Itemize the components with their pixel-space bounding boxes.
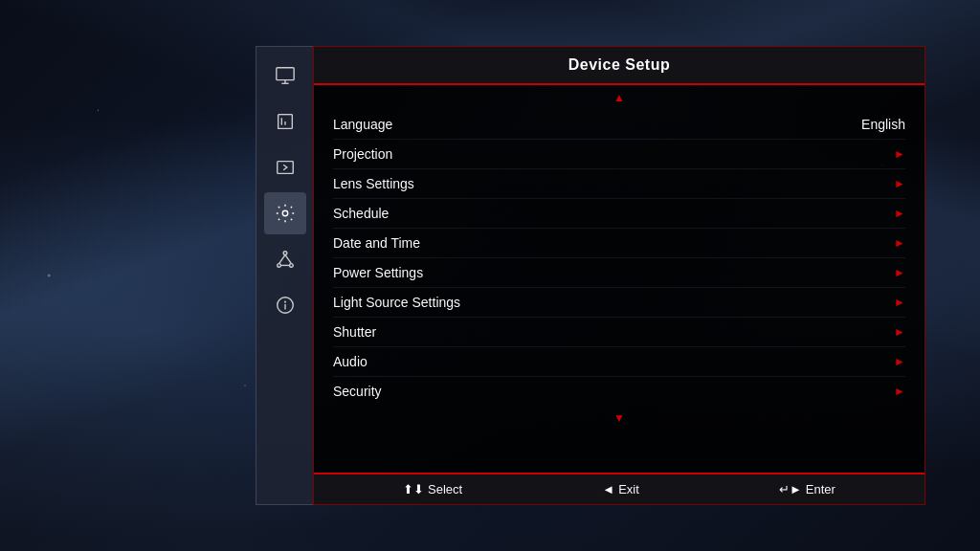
menu-item-label-schedule: Schedule <box>333 206 389 221</box>
chevron-right-icon-schedule: ► <box>894 207 905 220</box>
display-icon <box>275 65 296 86</box>
enter-icon: ↵► <box>779 482 802 496</box>
scroll-arrow-down[interactable]: ▼ <box>333 406 905 430</box>
menu-item-label-language: Language <box>333 117 392 132</box>
chevron-right-icon-projection: ► <box>894 147 905 161</box>
sidebar-item-network[interactable] <box>264 238 306 280</box>
sidebar-item-image[interactable] <box>264 100 306 143</box>
menu-container: Device Setup ▲ Language English Projecti… <box>256 46 925 505</box>
menu-item-label-light-source-settings: Light Source Settings <box>333 295 460 310</box>
exit-icon: ◄ <box>602 482 614 496</box>
svg-line-13 <box>285 254 291 263</box>
chevron-right-icon-security: ► <box>894 385 905 398</box>
sidebar-item-setup[interactable] <box>264 192 306 234</box>
svg-point-8 <box>282 210 288 216</box>
menu-item-schedule[interactable]: Schedule ► <box>333 199 905 229</box>
menu-item-security[interactable]: Security ► <box>333 377 905 406</box>
menu-item-label-shutter: Shutter <box>333 324 376 340</box>
menu-item-label-audio: Audio <box>333 354 368 369</box>
menu-item-lens-settings[interactable]: Lens Settings ► <box>333 169 905 199</box>
panel-title: Device Setup <box>568 56 670 73</box>
menu-item-label-projection: Projection <box>333 146 392 162</box>
panel-content: ▲ Language English Projection ► Lens Set… <box>314 85 924 473</box>
menu-item-light-source-settings[interactable]: Light Source Settings ► <box>333 288 905 318</box>
scroll-arrow-up[interactable]: ▲ <box>333 85 905 110</box>
main-panel: Device Setup ▲ Language English Projecti… <box>313 46 925 505</box>
chevron-right-icon-power-settings: ► <box>894 266 905 279</box>
svg-point-11 <box>289 264 293 268</box>
sidebar-item-input[interactable] <box>264 146 306 188</box>
network-icon <box>275 249 296 270</box>
footer-select-label: Select <box>428 482 462 496</box>
sidebar-item-info[interactable] <box>264 284 306 326</box>
svg-rect-7 <box>277 162 293 174</box>
chevron-right-icon-date-and-time: ► <box>894 236 905 250</box>
svg-point-10 <box>277 264 280 268</box>
chevron-right-icon-light-source-settings: ► <box>894 296 905 309</box>
panel-footer: ⬆⬇ Select ◄ Exit ↵► Enter <box>314 473 924 504</box>
sidebar <box>256 46 313 505</box>
footer-enter: ↵► Enter <box>779 482 835 496</box>
footer-exit-label: Exit <box>618 482 639 496</box>
menu-item-label-lens-settings: Lens Settings <box>333 176 414 191</box>
chevron-right-icon-audio: ► <box>894 355 905 368</box>
chevron-right-icon-shutter: ► <box>894 325 905 339</box>
menu-item-projection[interactable]: Projection ► <box>333 140 905 169</box>
panel-header: Device Setup <box>314 47 924 85</box>
menu-list: Language English Projection ► Lens Setti… <box>333 110 905 406</box>
menu-item-label-power-settings: Power Settings <box>333 265 423 280</box>
menu-item-label-security: Security <box>333 384 382 399</box>
select-icon: ⬆⬇ <box>403 482 424 496</box>
gear-icon <box>275 203 296 224</box>
svg-point-9 <box>283 252 287 255</box>
menu-item-value-language: English <box>861 117 905 132</box>
svg-line-12 <box>278 254 284 263</box>
footer-exit: ◄ Exit <box>602 482 639 496</box>
footer-select: ⬆⬇ Select <box>403 482 462 496</box>
footer-enter-label: Enter <box>806 482 835 496</box>
svg-rect-0 <box>276 68 293 80</box>
menu-item-date-and-time[interactable]: Date and Time ► <box>333 229 905 258</box>
menu-item-power-settings[interactable]: Power Settings ► <box>333 258 905 288</box>
menu-item-language[interactable]: Language English <box>333 110 905 140</box>
info-icon <box>275 295 296 316</box>
menu-item-label-date-and-time: Date and Time <box>333 235 420 251</box>
chevron-right-icon-lens-settings: ► <box>894 177 905 190</box>
menu-item-audio[interactable]: Audio ► <box>333 347 905 377</box>
image-icon <box>275 111 296 132</box>
input-icon <box>275 157 296 178</box>
menu-item-shutter[interactable]: Shutter ► <box>333 318 905 347</box>
sidebar-item-display[interactable] <box>264 55 306 97</box>
